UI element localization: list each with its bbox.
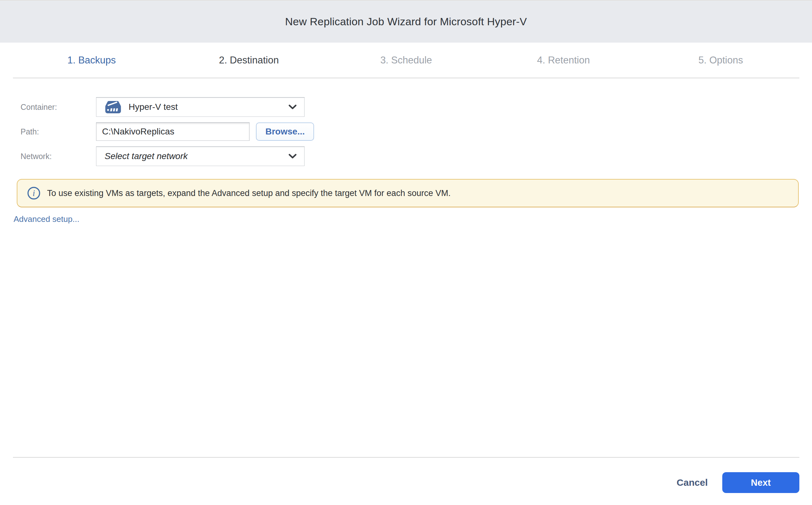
container-row: Container: Hyper-V test [20, 97, 812, 117]
wizard-window: New Replication Job Wizard for Microsoft… [0, 0, 812, 505]
hyperv-container-icon [104, 100, 122, 114]
next-button[interactable]: Next [722, 472, 799, 493]
destination-form: Container: Hyper-V test [20, 97, 812, 166]
chevron-down-icon [288, 154, 297, 159]
info-icon: i [27, 186, 41, 200]
tab-options[interactable]: 5. Options [642, 54, 799, 66]
network-placeholder: Select target network [105, 151, 188, 161]
path-input[interactable] [96, 123, 250, 141]
path-label: Path: [20, 127, 96, 136]
advanced-setup-link[interactable]: Advanced setup... [14, 214, 79, 224]
browse-button[interactable]: Browse... [256, 123, 314, 141]
page-title: New Replication Job Wizard for Microsoft… [285, 15, 527, 28]
container-selected-value: Hyper-V test [129, 102, 178, 112]
banner-text: To use existing VMs as targets, expand t… [47, 188, 451, 198]
tab-retention[interactable]: 4. Retention [485, 54, 642, 66]
network-label: Network: [20, 152, 96, 161]
step-tabs: 1. Backups 2. Destination 3. Schedule 4.… [13, 43, 799, 78]
container-label: Container: [20, 103, 96, 112]
svg-text:i: i [32, 188, 35, 198]
container-select[interactable]: Hyper-V test [96, 97, 305, 117]
tab-schedule[interactable]: 3. Schedule [328, 54, 485, 66]
footer-bar: Cancel Next [13, 457, 799, 493]
tab-backups[interactable]: 1. Backups [13, 54, 170, 66]
footer-actions: Cancel Next [13, 472, 799, 493]
tab-destination[interactable]: 2. Destination [170, 54, 328, 66]
path-row: Path: Browse... [20, 123, 812, 141]
wizard-header: New Replication Job Wizard for Microsoft… [0, 0, 812, 43]
info-banner: i To use existing VMs as targets, expand… [17, 179, 799, 207]
cancel-button[interactable]: Cancel [677, 477, 708, 488]
chevron-down-icon [288, 105, 297, 110]
network-select[interactable]: Select target network [96, 146, 305, 166]
network-row: Network: Select target network [20, 146, 812, 166]
